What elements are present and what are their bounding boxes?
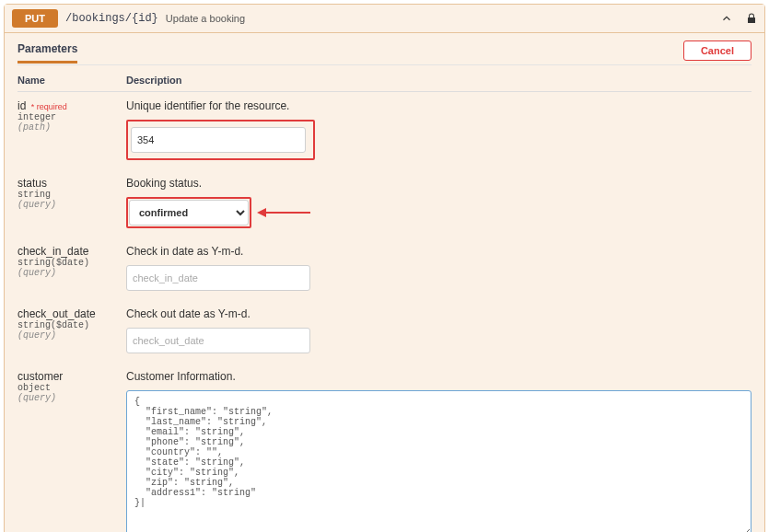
param-desc-checkin: Check in date as Y-m-d. bbox=[126, 245, 752, 258]
param-in: (query) bbox=[17, 268, 119, 278]
param-name-checkin: check_in_date bbox=[17, 245, 88, 258]
arrow-annotation-icon bbox=[257, 206, 312, 219]
param-type: string bbox=[17, 190, 119, 200]
param-type: string($date) bbox=[17, 320, 119, 330]
param-in: (query) bbox=[17, 200, 119, 210]
param-type: integer bbox=[17, 112, 119, 122]
param-name-checkout: check_out_date bbox=[17, 307, 96, 320]
param-desc-id: Unique identifier for the resource. bbox=[126, 99, 752, 112]
svg-marker-1 bbox=[257, 208, 266, 217]
highlight-annotation-status: confirmed bbox=[126, 197, 251, 228]
id-input[interactable] bbox=[131, 127, 306, 153]
status-select[interactable]: confirmed bbox=[129, 200, 249, 226]
param-type: string($date) bbox=[17, 258, 119, 268]
parameters-tab[interactable]: Parameters bbox=[17, 42, 77, 64]
method-badge: PUT bbox=[12, 9, 58, 28]
param-desc-checkout: Check out date as Y-m-d. bbox=[126, 307, 752, 320]
customer-textarea[interactable] bbox=[126, 390, 752, 532]
chevron-up-icon[interactable] bbox=[720, 12, 733, 25]
cancel-button[interactable]: Cancel bbox=[683, 40, 752, 61]
lock-icon[interactable] bbox=[746, 13, 757, 24]
param-desc-customer: Customer Information. bbox=[126, 370, 752, 383]
param-type: object bbox=[17, 383, 119, 393]
param-desc-status: Booking status. bbox=[126, 177, 752, 190]
check-in-date-input[interactable] bbox=[126, 265, 310, 291]
column-header-name: Name bbox=[17, 75, 126, 86]
column-header-description: Description bbox=[126, 75, 752, 86]
required-label: * required bbox=[31, 102, 67, 111]
param-name-customer: customer bbox=[17, 370, 63, 383]
param-name-id: id bbox=[17, 99, 26, 112]
param-in: (query) bbox=[17, 330, 119, 341]
highlight-annotation-id bbox=[126, 120, 315, 160]
param-name-status: status bbox=[17, 177, 47, 190]
param-in: (query) bbox=[17, 393, 119, 403]
endpoint-path: /bookings/{id} bbox=[65, 12, 158, 25]
opblock-summary[interactable]: PUT /bookings/{id} Update a booking bbox=[5, 5, 764, 33]
endpoint-summary: Update a booking bbox=[166, 13, 245, 24]
check-out-date-input[interactable] bbox=[126, 328, 310, 353]
param-in: (path) bbox=[17, 122, 119, 133]
